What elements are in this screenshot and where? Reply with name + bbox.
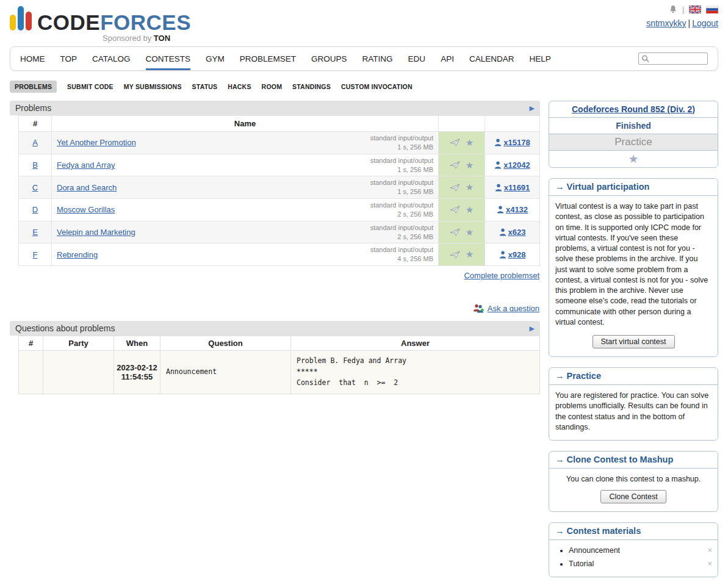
nav-item-calendar[interactable]: CALENDAR <box>469 47 514 70</box>
column-header-question: Question <box>160 336 291 351</box>
sponsor-brand: TON <box>154 34 170 43</box>
header: CODEFORCES Sponsored by TON | <box>0 0 728 44</box>
clone-contest-button[interactable]: Clone Contest <box>600 490 666 503</box>
nav-item-help[interactable]: HELP <box>529 47 550 70</box>
solved-count-link[interactable]: x4132 <box>506 205 528 214</box>
table-row: D Moscow Gorillasstandard input/output2 … <box>19 199 540 221</box>
nav-item-api[interactable]: API <box>441 47 454 70</box>
solved-person-icon <box>499 251 506 259</box>
problem-title-link[interactable]: Dora and Search <box>57 183 117 192</box>
favorite-star-icon[interactable]: ★ <box>466 227 474 237</box>
column-header-answer: Answer <box>291 336 540 351</box>
tab-custom-invocation[interactable]: CUSTOM INVOCATION <box>341 81 413 93</box>
problem-limits: standard input/output2 s, 256 MB <box>370 201 433 219</box>
problem-limits: standard input/output2 s, 256 MB <box>370 223 433 242</box>
solved-count-link[interactable]: x623 <box>508 228 526 237</box>
logo-code: CODE <box>37 10 100 34</box>
expand-arrow-icon[interactable]: ▶ <box>530 104 535 112</box>
favorite-star-icon[interactable]: ★ <box>466 137 474 148</box>
material-announcement-link[interactable]: Announcement <box>569 546 620 555</box>
nav-item-rating[interactable]: RATING <box>362 47 393 70</box>
solved-count-link[interactable]: x15178 <box>503 138 530 147</box>
material-tutorial-link[interactable]: Tutorial <box>569 560 594 568</box>
practice-title: → Practice <box>549 368 718 385</box>
logout-link[interactable]: Logout <box>692 18 718 28</box>
tab-my-submissions[interactable]: MY SUBMISSIONS <box>124 81 182 93</box>
problem-index-link[interactable]: B <box>32 160 38 170</box>
contest-title-link[interactable]: Codeforces Round 852 (Div. 2) <box>572 104 695 114</box>
table-row: E Velepin and Marketingstandard input/ou… <box>19 221 540 243</box>
column-header-when: When <box>114 336 160 351</box>
nav-item-problemset[interactable]: PROBLEMSET <box>240 47 296 70</box>
submit-plane-icon[interactable] <box>450 161 460 169</box>
start-virtual-contest-button[interactable]: Start virtual contest <box>593 335 675 348</box>
column-header-num: # <box>19 116 52 132</box>
nav-item-home[interactable]: HOME <box>20 47 45 70</box>
problem-title-link[interactable]: Fedya and Array <box>57 160 115 170</box>
ask-question-icon <box>473 303 485 314</box>
favorite-star-icon[interactable]: ★ <box>466 204 474 215</box>
submit-plane-icon[interactable] <box>450 228 460 236</box>
submit-plane-icon[interactable] <box>450 139 460 146</box>
solved-person-icon <box>494 139 502 146</box>
favorite-star-icon[interactable]: ★ <box>466 249 474 259</box>
contest-star-icon[interactable]: ★ <box>549 151 718 167</box>
tab-room[interactable]: ROOM <box>262 81 282 93</box>
username-link[interactable]: sntmxykky <box>646 18 686 28</box>
close-icon[interactable]: × <box>707 546 712 555</box>
header-right: | <box>646 5 718 28</box>
problem-title-link[interactable]: Moscow Gorillas <box>57 205 115 214</box>
user-separator: | <box>688 18 691 28</box>
bell-icon[interactable] <box>669 5 677 14</box>
problems-table: # Name A Yet Another Promotionstandard i… <box>18 115 540 266</box>
column-header-party: Party <box>43 336 114 351</box>
main-nav: HOME TOP CATALOG CONTESTS GYM PROBLEMSET… <box>10 46 718 71</box>
ask-question-link[interactable]: Ask a question <box>488 304 539 313</box>
codeforces-logo[interactable]: CODEFORCES Sponsored by TON <box>10 6 718 43</box>
solved-count-link[interactable]: x928 <box>508 250 526 259</box>
close-icon[interactable]: × <box>707 559 712 568</box>
problem-index-link[interactable]: C <box>32 183 38 192</box>
tab-standings[interactable]: STANDINGS <box>292 81 331 93</box>
question-num <box>19 351 43 394</box>
contest-materials-box: → Contest materials Announcement × Tutor… <box>549 522 718 577</box>
problem-index-link[interactable]: D <box>32 205 38 214</box>
tab-hacks[interactable]: HACKS <box>228 81 251 93</box>
problem-title-link[interactable]: Yet Another Promotion <box>57 138 136 147</box>
ru-flag-icon[interactable] <box>706 5 718 13</box>
uk-flag-icon[interactable] <box>689 5 701 13</box>
nav-item-groups[interactable]: GROUPS <box>311 47 347 70</box>
logo-forces: FORCES <box>100 10 191 34</box>
problem-index-link[interactable]: F <box>33 250 38 259</box>
expand-arrow-icon[interactable]: ▶ <box>530 325 535 333</box>
table-row: B Fedya and Arraystandard input/output1 … <box>19 154 540 176</box>
nav-item-edu[interactable]: EDU <box>408 47 426 70</box>
question-row: 2023-02-12 11:54:55 Announcement Problem… <box>19 351 540 394</box>
main-column: Problems ▶ # Name A <box>10 101 540 394</box>
problems-caption: Problems <box>15 103 51 113</box>
nav-item-catalog[interactable]: CATALOG <box>92 47 131 70</box>
search-icon[interactable] <box>641 55 649 63</box>
nav-item-top[interactable]: TOP <box>60 47 77 70</box>
problem-title-link[interactable]: Rebrending <box>57 250 98 259</box>
nav-item-gym[interactable]: GYM <box>206 47 225 70</box>
complete-problemset-link[interactable]: Complete problemset <box>464 271 539 280</box>
practice-text: You are registered for practice. You can… <box>549 385 718 440</box>
problem-index-link[interactable]: E <box>32 228 38 237</box>
tab-problems[interactable]: PROBLEMS <box>10 81 57 93</box>
favorite-star-icon[interactable]: ★ <box>466 182 474 192</box>
tab-status[interactable]: STATUS <box>192 81 218 93</box>
solved-count-link[interactable]: x11691 <box>504 183 530 192</box>
tab-submit-code[interactable]: SUBMIT CODE <box>67 81 114 93</box>
problem-index-link[interactable]: A <box>32 138 38 147</box>
submit-plane-icon[interactable] <box>450 184 460 192</box>
problem-limits: standard input/output1 s, 256 MB <box>370 134 433 152</box>
problem-title-link[interactable]: Velepin and Marketing <box>57 228 135 237</box>
submit-plane-icon[interactable] <box>450 251 460 259</box>
submit-plane-icon[interactable] <box>450 206 460 214</box>
nav-item-contests[interactable]: CONTESTS <box>146 47 191 70</box>
table-row: A Yet Another Promotionstandard input/ou… <box>19 132 540 154</box>
solved-count-link[interactable]: x12042 <box>503 160 530 170</box>
table-row: F Rebrendingstandard input/output4 s, 25… <box>19 243 540 266</box>
favorite-star-icon[interactable]: ★ <box>466 160 474 170</box>
